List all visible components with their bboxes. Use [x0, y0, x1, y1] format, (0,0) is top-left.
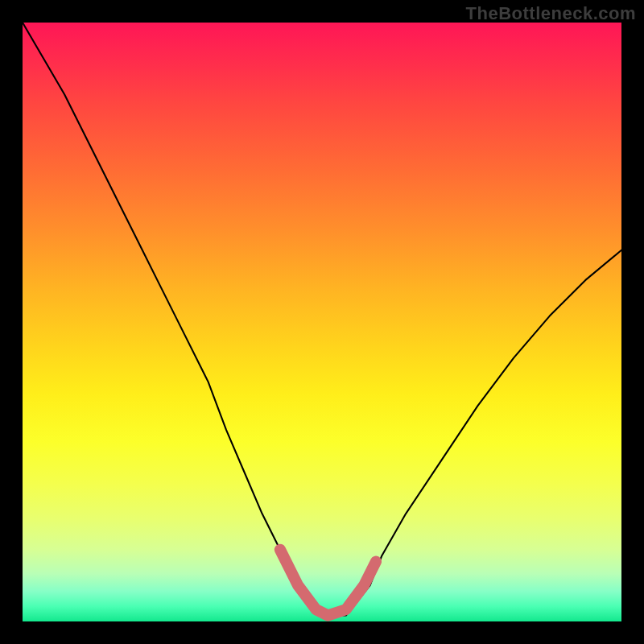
plot-area	[23, 23, 621, 621]
flat-minimum-highlight-path	[280, 550, 376, 616]
chart-frame: TheBottleneck.com	[0, 0, 644, 644]
chart-svg	[23, 23, 621, 621]
bottleneck-curve-path	[23, 23, 621, 616]
watermark-text: TheBottleneck.com	[466, 3, 636, 24]
